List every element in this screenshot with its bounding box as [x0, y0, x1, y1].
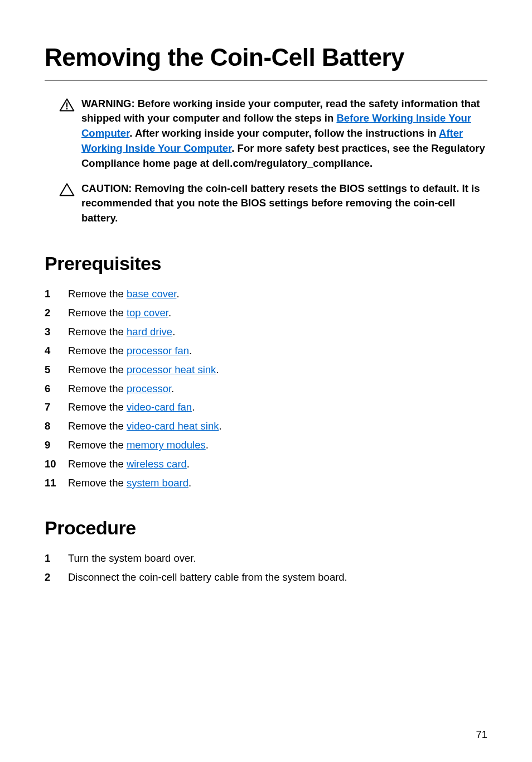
doc-link[interactable]: memory modules	[127, 439, 206, 451]
list-item-number: 7	[45, 400, 68, 414]
list-item-text: Disconnect the coin-cell battery cable f…	[68, 570, 487, 585]
page-title: Removing the Coin-Cell Battery	[45, 44, 487, 81]
list-item: 11Remove the system board.	[45, 476, 487, 490]
list-item: 10Remove the wireless card.	[45, 457, 487, 471]
caution-icon	[59, 182, 78, 199]
doc-link[interactable]: Before Working Inside Your Computer	[81, 112, 471, 139]
caution-admonition: CAUTION: Removing the coin-cell battery …	[45, 181, 487, 226]
doc-link[interactable]: processor fan	[127, 345, 189, 356]
list-item-text: Remove the hard drive.	[68, 325, 487, 339]
list-item-number: 1	[45, 551, 68, 566]
list-item-text: Remove the base cover.	[68, 287, 487, 301]
svg-point-1	[66, 108, 68, 109]
list-item-number: 10	[45, 457, 68, 471]
list-item: 2Disconnect the coin-cell battery cable …	[45, 570, 487, 585]
section-heading: Procedure	[45, 517, 487, 539]
doc-link[interactable]: processor heat sink	[127, 364, 216, 375]
doc-link[interactable]: After Working Inside Your Computer	[81, 127, 463, 154]
list-item-number: 9	[45, 438, 68, 452]
doc-link[interactable]: hard drive	[127, 326, 172, 337]
doc-link[interactable]: base cover	[127, 288, 176, 300]
list-item-number: 11	[45, 476, 68, 490]
list-item: 2Remove the top cover.	[45, 306, 487, 320]
list-item-number: 2	[45, 570, 68, 585]
doc-link[interactable]: video-card heat sink	[127, 420, 219, 432]
list-item: 1Turn the system board over.	[45, 551, 487, 566]
doc-link[interactable]: system board	[127, 477, 188, 489]
doc-link[interactable]: video-card fan	[127, 401, 192, 413]
section-heading: Prerequisites	[45, 253, 487, 274]
list-item-number: 1	[45, 287, 68, 301]
list-item-number: 5	[45, 363, 68, 377]
doc-link[interactable]: top cover	[127, 307, 168, 319]
ordered-list: 1Remove the base cover.2Remove the top c…	[45, 287, 487, 490]
list-item-number: 4	[45, 344, 68, 358]
list-item: 7Remove the video-card fan.	[45, 400, 487, 414]
warning-icon	[59, 98, 78, 114]
page-number: 71	[476, 729, 487, 741]
list-item-number: 2	[45, 306, 68, 320]
list-item-text: Remove the video-card fan.	[68, 400, 487, 414]
list-item-text: Remove the memory modules.	[68, 438, 487, 452]
doc-link[interactable]: wireless card	[127, 458, 187, 470]
list-item-text: Remove the top cover.	[68, 306, 487, 320]
list-item: 6Remove the processor.	[45, 382, 487, 396]
list-item-number: 8	[45, 419, 68, 433]
list-item: 8Remove the video-card heat sink.	[45, 419, 487, 433]
list-item: 1Remove the base cover.	[45, 287, 487, 301]
doc-link[interactable]: processor	[127, 383, 171, 394]
list-item: 9Remove the memory modules.	[45, 438, 487, 452]
list-item-number: 3	[45, 325, 68, 339]
list-item-text: Remove the system board.	[68, 476, 487, 490]
admonition-text: WARNING: Before working inside your comp…	[81, 97, 487, 171]
list-item: 4Remove the processor fan.	[45, 344, 487, 358]
list-item-number: 6	[45, 382, 68, 396]
list-item: 5Remove the processor heat sink.	[45, 363, 487, 377]
list-item: 3Remove the hard drive.	[45, 325, 487, 339]
list-item-text: Remove the processor heat sink.	[68, 363, 487, 377]
admonition-text: CAUTION: Removing the coin-cell battery …	[81, 181, 487, 226]
list-item-text: Turn the system board over.	[68, 551, 487, 566]
list-item-text: Remove the video-card heat sink.	[68, 419, 487, 433]
ordered-list: 1Turn the system board over.2Disconnect …	[45, 551, 487, 585]
list-item-text: Remove the processor.	[68, 382, 487, 396]
list-item-text: Remove the processor fan.	[68, 344, 487, 358]
warning-admonition: WARNING: Before working inside your comp…	[45, 97, 487, 171]
list-item-text: Remove the wireless card.	[68, 457, 487, 471]
